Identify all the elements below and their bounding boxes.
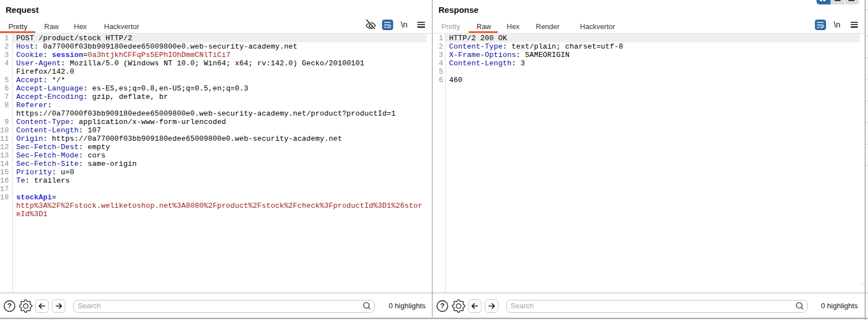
svg-text:?: ? (7, 302, 12, 310)
svg-text:?: ? (440, 302, 445, 310)
